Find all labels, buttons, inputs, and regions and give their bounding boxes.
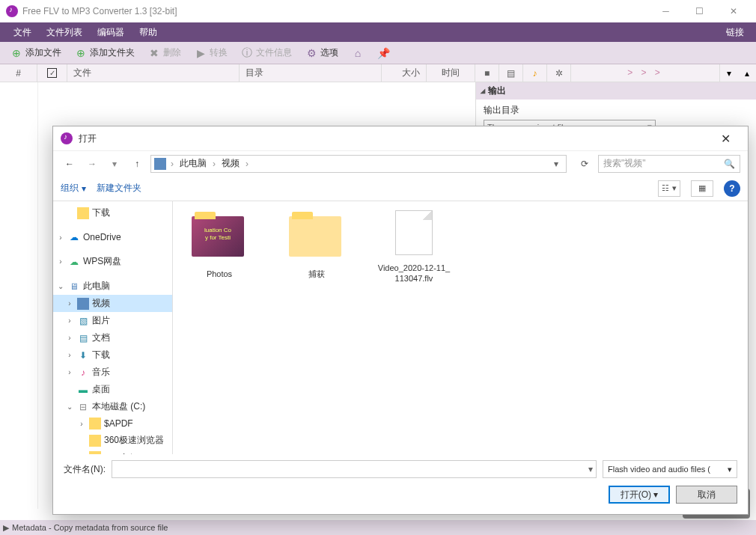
chevron-down-icon: ▾	[82, 183, 86, 194]
tree-videos[interactable]: ›视频	[53, 295, 172, 312]
dialog-body: 下载 ›☁OneDrive ›☁WPS网盘 ⌄🖥此电脑 ›视频 ›▧图片 ›▤文…	[53, 201, 748, 454]
tree-cnwdata[interactable]: ›cnwdata	[53, 449, 172, 454]
help-button[interactable]: ?	[724, 180, 740, 197]
add-folder-button[interactable]: ⊕添加文件夹	[69, 44, 141, 61]
tree-pictures[interactable]: ›▧图片	[53, 312, 172, 329]
breadcrumb-videos[interactable]: 视频	[220, 157, 241, 170]
filename-input[interactable]: ▾	[112, 460, 597, 478]
col-time[interactable]: 时间	[427, 64, 475, 82]
tree-label: 文档	[92, 331, 110, 344]
home-button[interactable]: ⌂	[346, 45, 370, 61]
disk-icon: ⊟	[77, 401, 89, 413]
view-icons-button[interactable]: ☷ ▾	[658, 180, 680, 197]
tree-label: 下载	[92, 207, 110, 219]
minimize-button[interactable]: ─	[649, 0, 683, 22]
options-button[interactable]: ⚙选项	[299, 44, 344, 61]
chevron-down-icon: ▾	[588, 464, 593, 474]
col-checkbox[interactable]: ✓	[37, 64, 67, 82]
gear-icon: ⚙	[305, 47, 317, 59]
dialog-nav: ← → ▾ ↑ › 此电脑 › 视频 › ▾ ⟳ 搜索"视频" 🔍	[53, 150, 748, 176]
breadcrumb[interactable]: › 此电脑 › 视频 › ▾	[150, 155, 567, 173]
file-info-button[interactable]: ⓘ文件信息	[235, 44, 298, 61]
thumb-text: y for Testi	[205, 234, 231, 241]
new-folder-button[interactable]: 新建文件夹	[97, 182, 141, 195]
cloud-icon: ☁	[68, 256, 80, 268]
add-file-button[interactable]: ⊕添加文件	[4, 44, 67, 61]
side-tab-collapse[interactable]: ▴	[738, 64, 756, 82]
view-details-button[interactable]: ▦	[691, 180, 713, 197]
tree-onedrive[interactable]: ›☁OneDrive	[53, 229, 172, 245]
app-icon	[6, 5, 18, 17]
info-icon: ⓘ	[241, 47, 253, 59]
add-file-label: 添加文件	[25, 46, 61, 59]
side-tab-doc[interactable]: ▤	[499, 64, 523, 82]
dialog-close-button[interactable]: ✕	[710, 126, 740, 150]
options-label: 选项	[320, 46, 338, 59]
side-tab-more[interactable]: > > >	[571, 64, 720, 82]
col-num[interactable]: #	[0, 64, 37, 82]
tree-local-c[interactable]: ⌄⊟本地磁盘 (C:)	[53, 398, 172, 415]
tree-music[interactable]: ›♪音乐	[53, 364, 172, 381]
close-button[interactable]: ✕	[716, 0, 750, 22]
tree-label: 桌面	[92, 383, 110, 396]
menu-encoder[interactable]: 编码器	[90, 23, 132, 42]
file-video-flv[interactable]: Video_2020-12-11_113047.flv	[377, 210, 451, 284]
cloud-icon: ☁	[68, 231, 80, 243]
col-size[interactable]: 大小	[382, 64, 427, 82]
tree-documents[interactable]: ›▤文档	[53, 329, 172, 346]
nav-recent-button[interactable]: ▾	[106, 155, 124, 173]
dialog-titlebar: 打开 ✕	[53, 126, 748, 150]
col-file[interactable]: 文件	[67, 64, 240, 82]
delete-button[interactable]: ✖删除	[142, 44, 187, 61]
search-icon: 🔍	[724, 159, 735, 169]
side-tab-folder[interactable]: ■	[475, 64, 499, 82]
nav-forward-button[interactable]: →	[83, 155, 101, 173]
home-icon: ⌂	[352, 47, 364, 59]
breadcrumb-pc[interactable]: 此电脑	[178, 157, 208, 170]
maximize-button[interactable]: ☐	[683, 0, 716, 22]
open-button[interactable]: 打开(O) ▾	[609, 486, 670, 504]
col-dir[interactable]: 目录	[240, 64, 382, 82]
side-tab-settings[interactable]: ✲	[547, 64, 571, 82]
nav-back-button[interactable]: ←	[61, 155, 79, 173]
menu-link[interactable]: 链接	[720, 23, 750, 42]
folder-photos[interactable]: luation Coy for Testi Photos	[182, 210, 257, 279]
tree-360browser[interactable]: 360极速浏览器	[53, 432, 172, 449]
organize-menu[interactable]: 组织▾	[61, 182, 86, 195]
convert-button[interactable]: ▶转换	[189, 44, 234, 61]
breadcrumb-dropdown[interactable]: ▾	[549, 159, 563, 169]
folder-capture[interactable]: 捕获	[279, 210, 354, 279]
pin-icon: 📌	[377, 47, 389, 59]
refresh-button[interactable]: ⟳	[576, 155, 594, 173]
tree-label: 图片	[92, 314, 110, 327]
add-file-icon: ⊕	[10, 47, 22, 59]
tree-downloads2[interactable]: ›⬇下载	[53, 346, 172, 364]
search-input[interactable]: 搜索"视频" 🔍	[598, 155, 740, 173]
menu-filelist[interactable]: 文件列表	[39, 23, 90, 42]
add-folder-icon: ⊕	[75, 47, 87, 59]
pc-icon: 🖥	[68, 281, 80, 293]
pin-button[interactable]: 📌	[371, 45, 395, 61]
tree-label: WPS网盘	[83, 255, 121, 268]
menu-help[interactable]: 帮助	[132, 23, 165, 42]
tree-desktop[interactable]: ▬桌面	[53, 381, 172, 398]
tree-label: OneDrive	[83, 232, 121, 242]
dialog-title: 打开	[79, 132, 710, 145]
filetype-select[interactable]: Flash video and audio files (▾	[603, 460, 737, 478]
side-tab-music[interactable]: ♪	[523, 64, 547, 82]
file-pane[interactable]: luation Coy for Testi Photos 捕获 Video_20…	[173, 201, 748, 454]
status-arrow-icon: ▶	[3, 523, 9, 533]
tree-apdf[interactable]: ›$APDF	[53, 415, 172, 432]
tree-downloads[interactable]: 下载	[53, 204, 172, 221]
output-header[interactable]: 输出	[476, 82, 756, 100]
nav-up-button[interactable]: ↑	[128, 155, 146, 173]
tree-wps[interactable]: ›☁WPS网盘	[53, 253, 172, 270]
tree-this-pc[interactable]: ⌄🖥此电脑	[53, 278, 172, 295]
nav-tree[interactable]: 下载 ›☁OneDrive ›☁WPS网盘 ⌄🖥此电脑 ›视频 ›▧图片 ›▤文…	[53, 201, 173, 454]
menubar: 文件 文件列表 编码器 帮助 链接	[0, 22, 756, 42]
search-placeholder: 搜索"视频"	[603, 157, 646, 170]
side-tab-dropdown[interactable]: ▾	[720, 64, 738, 82]
cancel-button[interactable]: 取消	[676, 486, 737, 504]
file-label: Photos	[182, 269, 257, 279]
menu-file[interactable]: 文件	[6, 23, 39, 42]
